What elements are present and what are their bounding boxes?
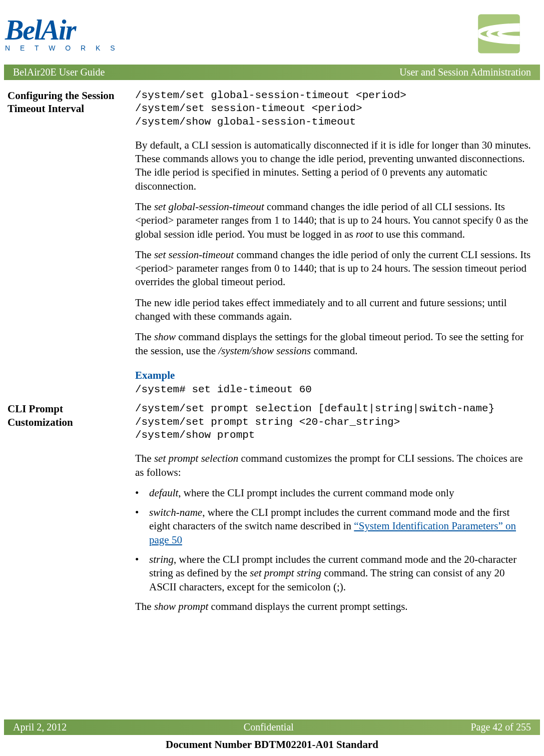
logo-swoosh-icon [466, 10, 531, 60]
list-item: • string, where the CLI prompt includes … [135, 553, 531, 594]
page-header: BelAir N E T W O R K S [0, 0, 544, 65]
section-timeout-label: Configuring the Session Timeout Interval [8, 89, 135, 398]
prompt-bullets: • default, where the CLI prompt includes… [135, 486, 531, 594]
section-timeout-body: /system/set global-session-timeout <peri… [135, 89, 531, 398]
section-prompt: CLI Prompt Customization /system/set pro… [8, 402, 531, 620]
logo-sub-text: N E T W O R K S [5, 44, 119, 52]
timeout-p4: The new idle period takes effect immedia… [135, 296, 531, 324]
prompt-p1: The set prompt selection command customi… [135, 452, 531, 479]
section-prompt-body: /system/set prompt selection [default|st… [135, 402, 531, 620]
bullet-icon: • [135, 486, 149, 500]
section-prompt-label: CLI Prompt Customization [8, 402, 135, 620]
doc-number: Document Number BDTM02201-A01 Standard [0, 738, 544, 751]
timeout-p5: The show command displays the settings f… [135, 330, 531, 358]
footer-confidential: Confidential [244, 721, 294, 733]
example-heading: Example [135, 369, 531, 382]
title-bar: BelAir20E User Guide User and Session Ad… [4, 65, 540, 80]
title-left: BelAir20E User Guide [13, 67, 105, 78]
section-timeout: Configuring the Session Timeout Interval… [8, 89, 531, 398]
list-item: • default, where the CLI prompt includes… [135, 486, 531, 500]
title-right: User and Session Administration [399, 67, 531, 78]
example-code: /system# set idle-timeout 60 [135, 383, 531, 396]
timeout-p3: The set session-timeout command changes … [135, 248, 531, 289]
bullet-icon: • [135, 553, 149, 594]
bullet-icon: • [135, 506, 149, 547]
list-item: • switch-name, where the CLI prompt incl… [135, 506, 531, 547]
footer-date: April 2, 2012 [13, 721, 67, 733]
footer-bar: April 2, 2012 Confidential Page 42 of 25… [4, 719, 540, 735]
footer-page: Page 42 of 255 [470, 721, 531, 733]
prompt-p2: The show prompt command displays the cur… [135, 600, 531, 613]
timeout-p1: By default, a CLI session is automatical… [135, 139, 531, 193]
prompt-code: /system/set prompt selection [default|st… [135, 402, 531, 442]
logo-belair: BelAir N E T W O R K S [5, 18, 119, 52]
logo-main-text: BelAir [5, 18, 119, 43]
timeout-code: /system/set global-session-timeout <peri… [135, 89, 531, 129]
content-area: Configuring the Session Timeout Interval… [0, 80, 544, 620]
timeout-p2: The set global-session-timeout command c… [135, 200, 531, 241]
